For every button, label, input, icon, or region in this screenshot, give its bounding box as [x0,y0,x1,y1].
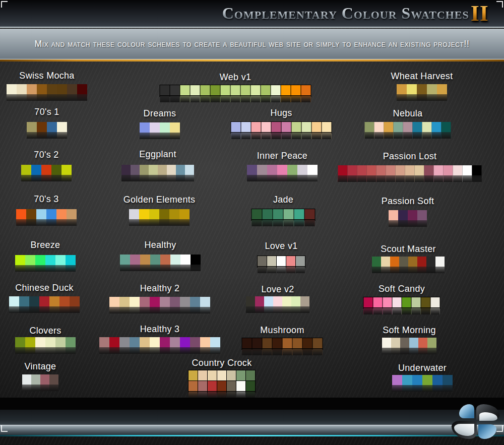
gold-divider [0,59,504,61]
swatch-reflection-cell [412,308,421,314]
color-swatch [25,337,35,347]
color-swatch [348,165,357,175]
color-swatch [66,255,76,265]
swatch-reflection-cell [472,175,482,182]
swatch-reflection-cell [357,175,367,182]
swatch-reflection-cell [39,306,49,313]
swatch-reflection-cell [160,133,170,139]
swatch-reflection-cell [427,348,436,354]
color-swatch [422,122,432,132]
swatch-reflection-cell [364,308,373,314]
color-swatch [140,337,150,347]
swatch-reflection-cell [273,306,282,313]
swatch-reflection-cell [287,175,297,181]
color-swatch [121,165,131,175]
palette-title-healthy-3: Healthy 3 [140,324,180,335]
color-swatch [417,84,427,94]
swatch-reflection-cell [444,175,453,182]
swatch-reflection-cell [150,347,160,354]
palette-title-clovers: Clovers [29,326,61,336]
swatch-reflection-cell [47,132,57,139]
color-swatch [264,296,273,306]
color-swatch [45,255,55,265]
swatch-reflection-cell [272,133,281,139]
swatch-reflection-cell [45,347,55,354]
palette-eggplant [121,165,194,175]
swatch-reflection-cell [296,267,305,273]
color-swatch [443,375,453,385]
swatch-reflection-cell [247,175,257,181]
palette-title-70-s-1: 70's 1 [34,107,59,117]
color-swatch [150,122,160,133]
header: Complementary Colour SwatchesII [0,0,504,28]
color-swatch [119,297,130,307]
swatch-reflection-cell [263,349,272,355]
color-swatch [422,375,432,385]
palette-reflection [365,132,451,139]
swatch-reflection-cell [45,265,55,272]
swatch-reflection-cell [303,349,312,355]
palette-reflection [372,267,445,273]
swatch-reflection-cell [453,175,463,182]
color-swatch [9,296,19,306]
color-swatch [301,85,311,95]
color-swatch [160,85,170,95]
swatch-reflection-cell [149,175,158,181]
palette-inner-peace [247,165,318,175]
color-swatch [313,338,323,348]
swatch-reflection-cell [417,267,426,273]
palette-title-vintage: Vintage [25,361,56,372]
swatch-reflection-cell [463,175,472,182]
color-swatch [16,209,26,219]
color-swatch [15,255,25,265]
swatch-reflection-cell [55,347,66,354]
swatch-reflection-cell [51,175,61,181]
palette-title-chinese-duck: Chinese Duck [15,283,74,293]
swatch-reflection-cell [261,96,271,102]
color-swatch [40,374,49,385]
color-swatch [281,85,291,95]
swatch-reflection-cell [167,175,176,181]
color-swatch [408,257,417,267]
palette-soft-morning [382,338,436,348]
color-swatch [246,370,255,380]
palette-healthy-3 [99,337,220,347]
color-swatch [386,165,396,175]
palette-dreams [140,122,180,133]
color-swatch [413,122,422,132]
color-swatch [271,85,281,95]
swatch-reflection-cell [21,175,31,181]
swatch-reflection-cell [415,175,424,182]
swatch-reflection-cell [348,175,357,182]
color-swatch [258,256,267,266]
color-swatch [282,122,291,132]
color-swatch [427,338,436,348]
swatch-reflection-cell [140,347,150,354]
swatch-reflection-cell [397,94,407,101]
color-swatch [357,165,367,175]
frame-corner-top-right-icon [496,1,503,8]
palette-vintage [22,374,58,385]
color-swatch [160,255,170,265]
swatch-reflection-cell [49,385,58,391]
color-swatch [7,84,17,94]
swatch-reflection-cell [251,133,261,139]
palette-swiss-mocha [7,84,87,94]
color-swatch [251,85,261,95]
palette-title-swiss-mocha: Swiss Mocha [19,71,74,81]
color-swatch [49,374,58,385]
swatch-reflection-cell [120,265,130,271]
swatch-reflection-cell [22,385,31,391]
swatch-reflection-cell [413,132,422,139]
palette-title-breeze: Breeze [31,240,60,250]
color-swatch [437,84,447,94]
color-swatch [208,381,217,391]
palette-reflection [246,306,309,313]
swatch-reflection-cell [29,306,39,313]
color-swatch [67,209,77,219]
swatch-reflection-cell [421,308,430,314]
color-swatch [291,85,301,95]
swatch-reflection-cell [59,306,70,313]
swatch-reflection-cell [408,220,417,227]
color-swatch [432,122,442,132]
